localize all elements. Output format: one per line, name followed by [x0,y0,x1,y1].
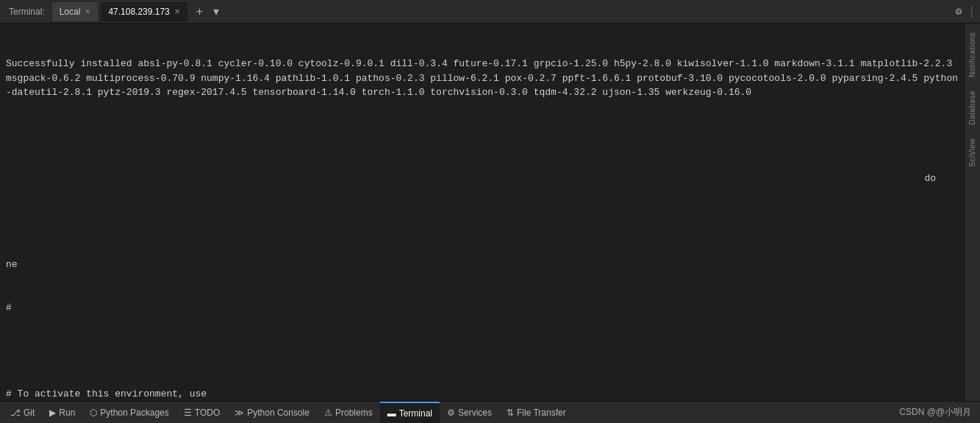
run-label: Run [59,408,75,418]
terminal-line-blank3 [6,344,958,358]
bottom-bar: ⎇ Git ▶ Run ⬡ Python Packages ☰ TODO ≫ P… [0,401,980,423]
tab-bar: Terminal: Local ✕ 47.108.239.173 ✕ + ▾ ⚙… [0,0,980,24]
terminal-line-hash1: # [6,301,958,316]
bottom-python-console[interactable]: ≫ Python Console [227,402,317,423]
python-packages-icon: ⬡ [90,408,97,418]
git-icon: ⎇ [10,408,21,418]
bottom-file-transfer[interactable]: ⇅ File Transfer [499,402,573,423]
tab-local[interactable]: Local ✕ [52,2,99,21]
terminal-label-bottom: Terminal [399,408,432,419]
file-transfer-icon: ⇅ [507,408,514,418]
python-packages-label: Python Packages [100,408,168,418]
terminal-line-blank2 [6,215,958,230]
bottom-right-label: CSDN @@小明月 [899,406,977,419]
python-console-icon: ≫ [235,408,244,418]
terminal-line-activate-comment: # To activate this environment, use [6,387,958,402]
tab-local-close[interactable]: ✕ [85,7,90,15]
terminal-line-install: Successfully installed absl-py-0.8.1 cyc… [6,57,958,100]
csdn-label: CSDN @@小明月 [899,407,971,417]
top-right-icons: ⚙ | [956,4,976,19]
bottom-todo[interactable]: ☰ TODO [176,402,227,423]
terminal-output[interactable]: Successfully installed absl-py-0.8.1 cyc… [0,24,964,401]
tab-remote-label: 47.108.239.173 [108,7,169,17]
tab-remote[interactable]: 47.108.239.173 ✕ [101,2,187,21]
bottom-python-packages[interactable]: ⬡ Python Packages [82,402,176,423]
bottom-run[interactable]: ▶ Run [42,402,82,423]
terminal-label: Terminal: [4,7,49,17]
terminal-line-done: do [6,171,958,186]
separator-icon: | [968,4,976,19]
bottom-git[interactable]: ⎇ Git [3,402,42,423]
todo-label: TODO [195,408,220,418]
tab-remote-close[interactable]: ✕ [174,7,180,15]
python-console-label: Python Console [247,408,310,418]
add-tab-button[interactable]: + [193,5,206,18]
right-sidebar: Notifications Database SciView [964,24,980,401]
file-transfer-label: File Transfer [517,408,566,418]
problems-label: Problems [335,408,373,418]
terminal-line-blank1 [6,129,958,143]
bottom-terminal[interactable]: ▬ Terminal [380,402,440,423]
sidebar-database[interactable]: Database [967,85,978,131]
terminal-line-ne: ne [6,257,958,272]
settings-icon[interactable]: ⚙ [956,5,962,18]
terminal-icon: ▬ [387,408,396,419]
main-area: Successfully installed absl-py-0.8.1 cyc… [0,24,980,401]
services-label: Services [458,408,492,418]
bottom-problems[interactable]: ⚠ Problems [317,402,380,423]
todo-icon: ☰ [184,408,192,418]
dropdown-button[interactable]: ▾ [210,4,222,18]
sidebar-sciview[interactable]: SciView [967,132,978,173]
tab-local-label: Local [60,7,81,17]
sidebar-notifications[interactable]: Notifications [967,26,978,83]
git-label: Git [24,408,35,418]
problems-icon: ⚠ [324,408,332,418]
services-icon: ⚙ [447,408,455,418]
run-icon: ▶ [49,408,56,418]
tab-actions: + ▾ [193,4,222,18]
bottom-services[interactable]: ⚙ Services [440,402,499,423]
